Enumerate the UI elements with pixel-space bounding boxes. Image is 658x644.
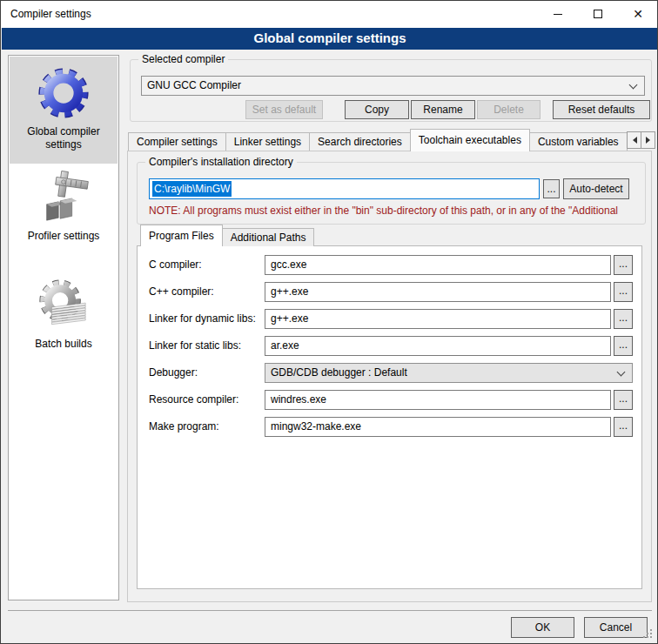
debugger-select[interactable]: GDB/CDB debugger : Default [265,363,633,383]
cpp-compiler-value: g++.exe [271,283,308,301]
settings-category-list: Global compiler settings [8,55,119,600]
linker-static-label: Linker for static libs: [149,336,264,356]
resource-compiler-browse-button[interactable]: ... [614,390,633,410]
linker-dynamic-input[interactable]: g++.exe [265,309,611,329]
close-icon: ✕ [633,7,643,21]
tab-scroll-buttons [628,131,655,149]
note-text: NOTE: All programs must exist either in … [149,205,646,217]
footer-divider [8,610,652,611]
ok-button[interactable]: OK [511,617,574,638]
tab-compiler-settings[interactable]: Compiler settings [128,132,226,151]
tab-search-directories[interactable]: Search directories [309,132,411,151]
tab-toolchain-executables[interactable]: Toolchain executables [410,129,530,151]
resource-compiler-value: windres.exe [271,391,326,409]
arrow-left-icon [629,137,637,144]
linker-static-value: ar.exe [271,337,299,355]
make-program-value: mingw32-make.exe [271,418,361,436]
settings-tabstrip: Compiler settings Linker settings Search… [128,129,650,151]
debugger-label: Debugger: [149,363,264,383]
make-program-browse-button[interactable]: ... [614,417,633,437]
compiler-select[interactable]: GNU GCC Compiler [141,76,645,96]
reset-defaults-button[interactable]: Reset defaults [553,100,650,119]
tab-scroll-left-button[interactable] [627,131,641,149]
c-compiler-browse-button[interactable]: ... [614,255,633,275]
auto-detect-button[interactable]: Auto-detect [563,178,629,199]
compiler-select-value: GNU GCC Compiler [147,77,241,95]
resource-compiler-input[interactable]: windres.exe [265,390,611,410]
linker-static-browse-button[interactable]: ... [614,336,633,356]
minimize-button[interactable] [538,1,578,27]
sidebar-item-batch-builds[interactable]: Batch builds [10,275,118,366]
linker-static-input[interactable]: ar.exe [265,336,611,356]
close-button[interactable]: ✕ [618,1,658,27]
sidebar-item-label: Profiler settings [28,230,100,243]
make-program-input[interactable]: mingw32-make.exe [265,417,611,437]
compiler-settings-dialog: Compiler settings ✕ Global compiler sett… [0,0,658,644]
delete-button[interactable]: Delete [477,100,540,119]
caliper-icon [37,171,91,225]
arrow-right-icon [646,137,654,144]
linker-dynamic-value: g++.exe [271,310,308,328]
tab-scroll-right-button[interactable] [641,131,655,149]
rename-button[interactable]: Rename [411,100,475,119]
installation-directory-value: C:\raylib\MinGW [152,181,232,197]
maximize-button[interactable] [578,1,618,27]
debugger-value: GDB/CDB debugger : Default [271,364,407,382]
tab-custom-variables[interactable]: Custom variables [529,132,628,151]
window-title: Compiler settings [10,1,91,28]
sidebar-item-label: Global compiler settings [10,125,118,151]
cancel-button[interactable]: Cancel [584,617,648,638]
c-compiler-value: gcc.exe [271,256,306,274]
make-program-label: Make program: [149,417,264,437]
c-compiler-input[interactable]: gcc.exe [265,255,611,275]
maximize-icon [594,10,602,18]
blue-gear-icon [37,66,91,120]
gray-gear-papers-icon [37,278,91,332]
set-as-default-button[interactable]: Set as default [245,100,323,119]
sidebar-item-profiler-settings[interactable]: Profiler settings [10,169,118,256]
group-legend: Compiler's installation directory [145,156,297,168]
resize-grip[interactable] [643,629,645,631]
tab-linker-settings[interactable]: Linker settings [225,132,310,151]
resource-compiler-label: Resource compiler: [149,390,264,410]
minimize-icon [554,14,562,15]
titlebar: Compiler settings ✕ [1,1,657,28]
cpp-compiler-label: C++ compiler: [149,282,264,302]
cpp-compiler-browse-button[interactable]: ... [614,282,633,302]
browse-directory-button[interactable]: ... [543,179,560,198]
linker-dynamic-browse-button[interactable]: ... [614,309,633,329]
tab-program-files[interactable]: Program Files [140,225,223,246]
chevron-down-icon [629,81,638,90]
page-title: Global compiler settings [2,28,658,50]
sidebar-item-label: Batch builds [35,338,91,351]
c-compiler-label: C compiler: [149,255,264,275]
installation-directory-input[interactable]: C:\raylib\MinGW [149,178,540,199]
group-legend: Selected compiler [138,53,228,65]
cpp-compiler-input[interactable]: g++.exe [265,282,611,302]
linker-dynamic-label: Linker for dynamic libs: [149,309,264,329]
tab-additional-paths[interactable]: Additional Paths [222,228,315,246]
program-files-tabstrip: Program Files Additional Paths [140,225,313,246]
chevron-down-icon [617,368,626,377]
sidebar-item-global-compiler-settings[interactable]: Global compiler settings [10,57,118,164]
copy-button[interactable]: Copy [345,100,409,119]
